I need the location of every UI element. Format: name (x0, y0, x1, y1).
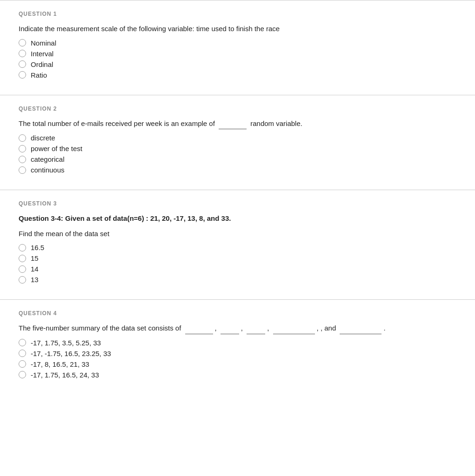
list-item[interactable]: continuous (19, 166, 456, 174)
blank-fill-1 (185, 323, 213, 334)
question-1-text: Indicate the measurement scale of the fo… (19, 24, 456, 34)
radio-opt2[interactable] (19, 350, 26, 357)
blank-fill (219, 119, 247, 130)
list-item[interactable]: 14 (19, 265, 456, 273)
radio-categorical[interactable] (19, 156, 26, 163)
option-label: 15 (31, 254, 39, 262)
option-label: -17, -1.75, 16.5, 23.25, 33 (31, 350, 111, 357)
question-3-subtext: Find the mean of the data set (19, 229, 456, 239)
list-item[interactable]: categorical (19, 155, 456, 163)
question-4-text-suffix: , and (321, 324, 336, 332)
radio-interval[interactable] (19, 50, 26, 57)
list-item[interactable]: Ratio (19, 71, 456, 79)
radio-power[interactable] (19, 145, 26, 152)
radio-13[interactable] (19, 276, 26, 284)
question-2-text-prefix: The total number of e-mails received per… (19, 119, 215, 127)
question-1-label: QUESTION 1 (19, 11, 456, 17)
blank-fill-2 (221, 323, 239, 334)
option-label: categorical (31, 155, 65, 163)
option-label: Nominal (31, 39, 56, 47)
radio-15[interactable] (19, 255, 26, 262)
question-4-text-main: The five-number summary of the data set … (19, 324, 181, 332)
option-label: 13 (31, 276, 39, 284)
list-item[interactable]: Ordinal (19, 60, 456, 68)
option-label: 14 (31, 265, 39, 273)
list-item[interactable]: -17, 8, 16.5, 21, 33 (19, 360, 456, 368)
option-label: Ordinal (31, 60, 53, 68)
list-item[interactable]: discrete (19, 134, 456, 142)
radio-opt1[interactable] (19, 339, 26, 346)
option-label: -17, 1.75, 3.5, 5.25, 33 (31, 339, 101, 347)
radio-discrete[interactable] (19, 134, 26, 142)
radio-opt3[interactable] (19, 360, 26, 368)
radio-16-5[interactable] (19, 244, 26, 251)
question-4-options: -17, 1.75, 3.5, 5.25, 33 -17, -1.75, 16.… (19, 339, 456, 379)
question-4-text-end: . (383, 324, 385, 332)
blank-fill-3 (247, 323, 265, 334)
question-4-block: QUESTION 4 The five-number summary of th… (0, 299, 475, 395)
option-label: discrete (31, 134, 55, 142)
option-label: 16.5 (31, 244, 44, 251)
question-3-block: QUESTION 3 Question 3-4: Given a set of … (0, 190, 475, 299)
option-label: continuous (31, 166, 65, 174)
radio-nominal[interactable] (19, 39, 26, 46)
radio-ordinal[interactable] (19, 60, 26, 68)
option-label: -17, 8, 16.5, 21, 33 (31, 360, 89, 368)
option-label: Ratio (31, 71, 47, 79)
list-item[interactable]: power of the test (19, 145, 456, 152)
radio-14[interactable] (19, 265, 26, 273)
blank-fill-5 (340, 323, 381, 334)
list-item[interactable]: 15 (19, 254, 456, 262)
question-2-text: The total number of e-mails received per… (19, 119, 456, 130)
question-2-label: QUESTION 2 (19, 106, 456, 112)
question-1-block: QUESTION 1 Indicate the measurement scal… (0, 0, 475, 95)
question-2-block: QUESTION 2 The total number of e-mails r… (0, 95, 475, 190)
question-4-label: QUESTION 4 (19, 310, 456, 317)
radio-opt4[interactable] (19, 371, 26, 378)
option-label: Interval (31, 50, 54, 58)
question-1-options: Nominal Interval Ordinal Ratio (19, 39, 456, 79)
radio-continuous[interactable] (19, 166, 26, 174)
question-3-options: 16.5 15 14 13 (19, 244, 456, 284)
list-item[interactable]: -17, -1.75, 16.5, 23.25, 33 (19, 350, 456, 357)
list-item[interactable]: -17, 1.75, 3.5, 5.25, 33 (19, 339, 456, 347)
option-label: -17, 1.75, 16.5, 24, 33 (31, 371, 99, 379)
question-3-bold-text: Question 3-4: Given a set of data(n=6) :… (19, 213, 456, 224)
question-4-text: The five-number summary of the data set … (19, 323, 456, 334)
list-item[interactable]: Interval (19, 50, 456, 58)
radio-ratio[interactable] (19, 71, 26, 79)
question-3-label: QUESTION 3 (19, 200, 456, 207)
list-item[interactable]: 16.5 (19, 244, 456, 251)
question-2-text-suffix: random variable. (250, 119, 302, 127)
option-label: power of the test (31, 145, 82, 152)
list-item[interactable]: -17, 1.75, 16.5, 24, 33 (19, 371, 456, 379)
blank-fill-4 (273, 323, 315, 334)
question-2-options: discrete power of the test categorical c… (19, 134, 456, 174)
list-item[interactable]: Nominal (19, 39, 456, 47)
list-item[interactable]: 13 (19, 276, 456, 284)
